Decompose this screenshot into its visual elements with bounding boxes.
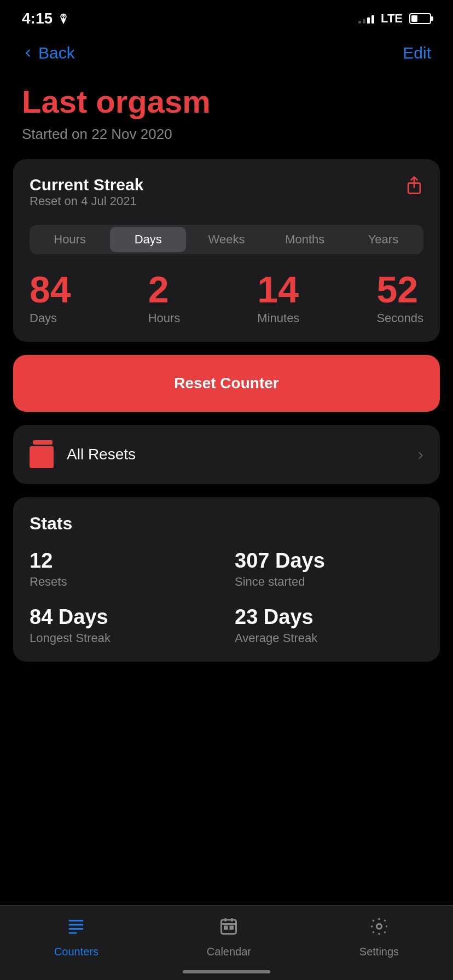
svg-rect-3: [69, 928, 84, 930]
signal-bars: [358, 14, 374, 24]
since-started-stat: 307 Days Since started: [235, 549, 423, 589]
svg-rect-2: [69, 924, 84, 926]
seconds-stat: 52 Seconds: [376, 271, 423, 325]
days-label: Days: [30, 311, 71, 325]
share-button[interactable]: [405, 176, 423, 201]
tab-bar-counters[interactable]: Counters: [54, 917, 98, 958]
status-bar: 4:15 LTE: [0, 0, 453, 33]
since-started-value: 307 Days: [235, 549, 423, 573]
tab-weeks[interactable]: Weeks: [188, 227, 264, 252]
streak-header: Current Streak Reset on 4 Jul 2021: [30, 176, 423, 221]
tab-bar-calendar[interactable]: Calendar: [207, 917, 251, 958]
resets-stat: 12 Resets: [30, 549, 218, 589]
trash-icon: [30, 440, 56, 469]
title-section: Last orgasm Started on 22 Nov 2020: [0, 73, 453, 159]
location-icon: [58, 13, 69, 24]
minutes-label: Minutes: [257, 311, 299, 325]
since-started-label: Since started: [235, 575, 423, 589]
time-stats-row: 84 Days 2 Hours 14 Minutes 52 Seconds: [30, 271, 423, 325]
hours-value: 2: [148, 271, 181, 308]
streak-title: Current Streak: [30, 176, 143, 194]
settings-icon: [369, 917, 389, 941]
all-resets-label: All Resets: [67, 446, 136, 463]
chevron-right-icon: ›: [417, 444, 423, 464]
minutes-value: 14: [257, 271, 299, 308]
average-streak-label: Average Streak: [235, 631, 423, 645]
page-title: Last orgasm: [22, 84, 431, 119]
stats-card-title: Stats: [30, 514, 423, 534]
reset-counter-button[interactable]: Reset Counter: [13, 355, 440, 412]
average-streak-value: 23 Days: [235, 605, 423, 629]
status-time: 4:15: [22, 10, 69, 27]
edit-button[interactable]: Edit: [403, 44, 431, 62]
status-icons: LTE: [358, 11, 431, 26]
hours-label: Hours: [148, 311, 181, 325]
page-subtitle: Started on 22 Nov 2020: [22, 126, 431, 143]
calendar-icon: [219, 917, 239, 941]
streak-card: Current Streak Reset on 4 Jul 2021 Hours…: [13, 159, 440, 342]
tab-bar-settings[interactable]: Settings: [359, 917, 399, 958]
counters-tab-label: Counters: [54, 946, 98, 958]
tab-years[interactable]: Years: [345, 227, 421, 252]
svg-rect-10: [230, 926, 233, 929]
stats-card: Stats 12 Resets 307 Days Since started 8…: [13, 497, 440, 662]
seconds-value: 52: [376, 271, 423, 308]
tab-group: Hours Days Weeks Months Years: [30, 225, 423, 254]
minutes-stat: 14 Minutes: [257, 271, 299, 325]
resets-value: 12: [30, 549, 218, 573]
longest-streak-value: 84 Days: [30, 605, 218, 629]
all-resets-card[interactable]: All Resets ›: [13, 425, 440, 484]
back-button[interactable]: Back: [22, 44, 75, 62]
settings-tab-label: Settings: [359, 946, 399, 958]
resets-label: Resets: [30, 575, 218, 589]
svg-rect-4: [69, 932, 77, 934]
longest-streak-label: Longest Streak: [30, 631, 218, 645]
home-indicator: [183, 970, 270, 973]
calendar-tab-label: Calendar: [207, 946, 251, 958]
days-value: 84: [30, 271, 71, 308]
nav-bar: Back Edit: [0, 33, 453, 73]
tab-months[interactable]: Months: [267, 227, 343, 252]
hours-stat: 2 Hours: [148, 271, 181, 325]
svg-rect-9: [225, 926, 228, 929]
all-resets-left: All Resets: [30, 440, 136, 469]
share-icon: [405, 176, 423, 196]
streak-subtitle: Reset on 4 Jul 2021: [30, 194, 143, 208]
svg-point-11: [376, 924, 381, 929]
days-stat: 84 Days: [30, 271, 71, 325]
battery-icon: [409, 13, 431, 24]
tab-bar: Counters Calendar Settings: [0, 905, 453, 980]
tab-hours[interactable]: Hours: [32, 227, 108, 252]
stats-grid: 12 Resets 307 Days Since started 84 Days…: [30, 549, 423, 645]
counters-icon: [66, 917, 86, 941]
seconds-label: Seconds: [376, 311, 423, 325]
chevron-left-icon: [22, 47, 34, 59]
longest-streak-stat: 84 Days Longest Streak: [30, 605, 218, 645]
tab-days[interactable]: Days: [110, 227, 186, 252]
average-streak-stat: 23 Days Average Streak: [235, 605, 423, 645]
lte-label: LTE: [381, 11, 403, 26]
svg-rect-5: [222, 920, 236, 934]
svg-rect-1: [69, 920, 84, 921]
